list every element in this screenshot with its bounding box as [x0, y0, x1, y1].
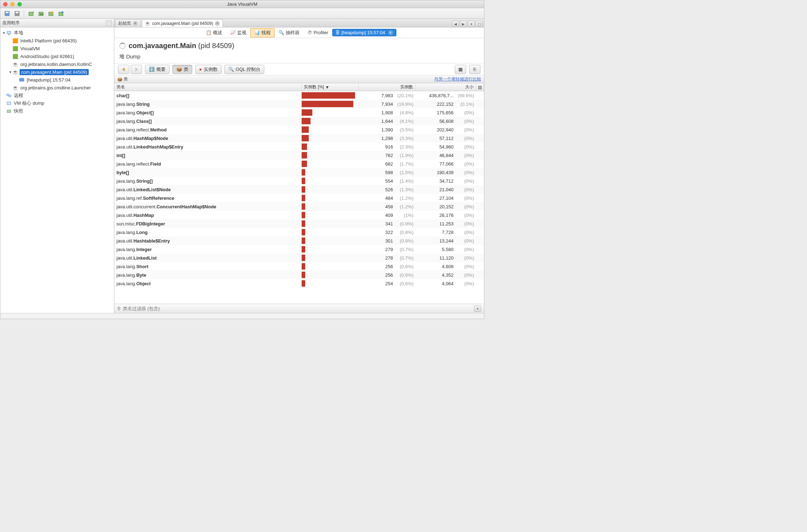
- tree-node-app[interactable]: ☕org.jetbrains.kotlin.daemon.KotlinC: [0, 60, 114, 68]
- java-icon: ☕: [145, 21, 150, 26]
- svg-rect-1: [6, 12, 9, 13]
- col-config-icon[interactable]: ▤: [476, 83, 484, 91]
- compare-link[interactable]: 与另一个堆转储进行比较: [434, 76, 481, 82]
- add-jmx-icon[interactable]: JMX: [36, 10, 46, 17]
- threads-icon: 📊: [254, 30, 260, 35]
- back-button[interactable]: [118, 65, 129, 74]
- forward-button[interactable]: [131, 65, 142, 74]
- svg-rect-12: [7, 31, 11, 34]
- tree-node-snapshot[interactable]: 快照: [0, 107, 114, 115]
- tree-node-app[interactable]: ☕org.jetbrains.jps.cmdline.Launcher: [0, 84, 114, 92]
- tab-start[interactable]: 起始页×: [115, 19, 141, 27]
- subtab-sampler[interactable]: 🔍抽样器: [275, 28, 303, 37]
- table-row[interactable]: java.util.Hashtable$Entry301 (0.8%)13,24…: [114, 236, 484, 245]
- list-header: 📦 类 与另一个堆转储进行比较: [114, 75, 484, 83]
- tree-node-app[interactable]: 🟩VisualVM: [0, 45, 114, 52]
- tree-node-app[interactable]: 🟩AndroidStudio (pid 82661): [0, 52, 114, 60]
- close-icon[interactable]: ×: [388, 30, 393, 35]
- table-row[interactable]: java.lang.String[]554 (1.4%)34,712 (0%): [114, 177, 484, 185]
- tab-main[interactable]: ☕com.javaagent.Main (pid 84509)×: [142, 19, 223, 27]
- classes-button[interactable]: 📦类: [172, 65, 192, 74]
- table-row[interactable]: java.lang.Long322 (0.8%)7,728 (0%): [114, 228, 484, 236]
- col-instances[interactable]: 实例数: [359, 83, 416, 91]
- table-row[interactable]: java.lang.Short256 (0.6%)4,608 (0%): [114, 262, 484, 271]
- tree-node-app-selected[interactable]: ▼☕com.javaagent.Main (pid 84509): [0, 68, 114, 76]
- svg-point-9: [51, 11, 53, 14]
- oql-button[interactable]: 🔍OQL 控制台: [224, 65, 265, 74]
- sidebar-tab-apps[interactable]: 应用程序: [0, 19, 114, 27]
- table-row[interactable]: java.lang.String7,934 (19.9%)222,152 (0.…: [114, 100, 484, 108]
- status-bar: [0, 313, 484, 319]
- monitor-icon: 📈: [230, 30, 236, 35]
- table-row[interactable]: byte[]598 (1.5%)190,439 (0%): [114, 168, 484, 177]
- table-row[interactable]: java.util.LinkedList278 (0.7%)11,120 (0%…: [114, 254, 484, 262]
- table-row[interactable]: java.lang.ref.SoftReference484 (1.2%)27,…: [114, 194, 484, 202]
- close-icon[interactable]: ×: [133, 21, 138, 26]
- content-subheader: 堆 Dump: [114, 52, 484, 63]
- tree-node-app[interactable]: 🟧IntelliJ Platform (pid 66435): [0, 37, 114, 45]
- sort-indicator-icon: ▼: [325, 85, 329, 90]
- tree-node-local[interactable]: ▼本地: [0, 29, 114, 37]
- column-headers: 类名 实例数 [%] ▼ 实例数 大小 ▤: [114, 83, 484, 91]
- save-icon[interactable]: [2, 10, 12, 17]
- subtab-overview[interactable]: 📋概述: [202, 28, 226, 37]
- table-row[interactable]: int[]762 (1.9%)46,844 (0%): [114, 151, 484, 160]
- svg-rect-11: [62, 11, 63, 13]
- summary-button[interactable]: ℹ️概要: [145, 65, 170, 74]
- sidebar-minimize-icon[interactable]: [106, 20, 112, 26]
- table-row[interactable]: java.util.LinkedList$Node526 (1.3%)21,04…: [114, 185, 484, 194]
- filter-dropdown[interactable]: ▾: [474, 306, 481, 312]
- tool-button-2[interactable]: ⎘: [469, 65, 480, 74]
- table-row[interactable]: java.lang.Integer279 (0.7%)5,580 (0%): [114, 245, 484, 254]
- tab-next-button[interactable]: ▶: [460, 21, 467, 27]
- window-title: Java VisualVM: [0, 1, 484, 7]
- heapdump-icon: 🗄: [335, 30, 340, 35]
- table-row[interactable]: java.lang.reflect.Method1,390 (3.5%)202,…: [114, 125, 484, 134]
- col-instances-pct[interactable]: 实例数 [%] ▼: [302, 83, 359, 91]
- save-as-icon[interactable]: [12, 10, 22, 17]
- sidebar-tab-label: 应用程序: [2, 20, 20, 26]
- svg-rect-17: [7, 102, 11, 105]
- tab-list-button[interactable]: ▾: [468, 21, 475, 27]
- col-size[interactable]: 大小: [416, 83, 476, 91]
- table-row[interactable]: char[]7,983 (20.1%)436,876,7... (99.6%): [114, 91, 484, 100]
- table-row[interactable]: java.lang.reflect.Field682 (1.7%)77,066 …: [114, 160, 484, 168]
- add-coredump-icon[interactable]: [56, 10, 66, 17]
- close-icon[interactable]: ×: [215, 21, 220, 26]
- subtab-monitor[interactable]: 📈监视: [226, 28, 250, 37]
- filter-input[interactable]: [123, 306, 472, 311]
- table-row[interactable]: java.lang.Object[]1,908 (4.8%)175,656 (0…: [114, 108, 484, 117]
- table-row[interactable]: java.util.LinkedHashMap$Entry916 (2.3%)5…: [114, 142, 484, 151]
- table-row[interactable]: java.lang.Object254 (0.6%)4,064 (0%): [114, 279, 484, 288]
- table-row[interactable]: sun.misc.FDBigInteger341 (0.9%)11,253 (0…: [114, 219, 484, 228]
- table-row[interactable]: java.lang.Byte256 (0.6%)4,352 (0%): [114, 271, 484, 279]
- sidebar: 应用程序 ▼本地 🟧IntelliJ Platform (pid 66435) …: [0, 19, 114, 313]
- tab-prev-button[interactable]: ◀: [452, 21, 459, 27]
- dot-icon: ●: [199, 67, 202, 72]
- svg-text:JMX: JMX: [40, 13, 44, 15]
- table-row[interactable]: java.util.HashMap$Node1,298 (3.3%)57,112…: [114, 134, 484, 142]
- filter-icon: ⚲: [117, 306, 121, 311]
- window: Java VisualVM + JMX 应用程序 ▼本地 🟧IntelliJ P…: [0, 0, 484, 319]
- heapdump-toolbar: ℹ️概要 📦类 ●实例数 🔍OQL 控制台 ▦ ⎘: [114, 63, 484, 75]
- svg-rect-3: [16, 12, 19, 13]
- svg-rect-18: [7, 110, 11, 113]
- table-row[interactable]: java.util.concurrent.ConcurrentHashMap$N…: [114, 202, 484, 211]
- tab-maximize-button[interactable]: ▢: [475, 21, 483, 27]
- tree-node-coredump[interactable]: VM 核心 dump: [0, 99, 114, 107]
- editor-tabs: 起始页× ☕com.javaagent.Main (pid 84509)× ◀ …: [114, 19, 484, 27]
- add-app-icon[interactable]: +: [26, 10, 36, 17]
- subtab-threads[interactable]: 📊线程: [250, 28, 275, 37]
- titlebar: Java VisualVM: [0, 0, 484, 8]
- instances-button[interactable]: ●实例数: [195, 65, 222, 74]
- col-classname[interactable]: 类名: [114, 83, 302, 91]
- table-row[interactable]: java.util.HashMap409 (1%)26,176 (0%): [114, 211, 484, 219]
- add-snapshot-icon[interactable]: [46, 10, 56, 17]
- tool-button-1[interactable]: ▦: [455, 65, 466, 74]
- tree-node-remote[interactable]: 远程: [0, 92, 114, 99]
- subtab-heapdump[interactable]: 🗄[heapdump] 15:57:04×: [332, 29, 396, 36]
- tree-node-heapdump[interactable]: [heapdump] 15:57:04: [0, 76, 114, 84]
- class-table[interactable]: char[]7,983 (20.1%)436,876,7... (99.6%)j…: [114, 91, 484, 304]
- subtab-profiler[interactable]: ⏱Profiler: [303, 28, 332, 37]
- table-row[interactable]: java.lang.Class[]1,644 (4.1%)56,608 (0%): [114, 117, 484, 125]
